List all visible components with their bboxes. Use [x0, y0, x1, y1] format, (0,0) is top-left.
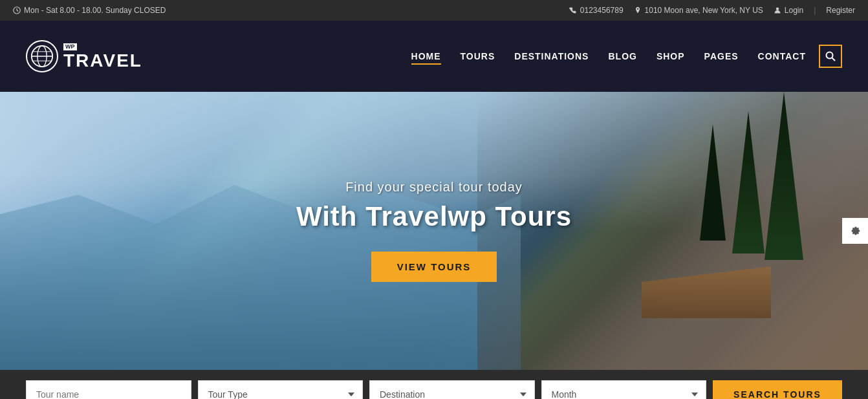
topbar-address-item: 1010 Moon ave, New York, NY US [634, 6, 763, 15]
nav-link-shop[interactable]: SHOP [656, 48, 685, 65]
tree-3 [700, 124, 726, 241]
nav-item-contact[interactable]: CONTACT [758, 50, 806, 62]
register-link[interactable]: Register [826, 6, 855, 15]
login-link[interactable]: Login [785, 6, 803, 15]
topbar-phone: 0123456789 [580, 6, 624, 15]
topbar: Mon - Sat 8.00 - 18.00. Sunday CLOSED 01… [0, 0, 868, 21]
svg-point-3 [776, 8, 779, 11]
topbar-divider: | [814, 6, 816, 15]
nav-item-home[interactable]: HOME [411, 50, 441, 62]
nav-item-pages[interactable]: PAGES [704, 50, 739, 62]
tree-2 [732, 111, 765, 253]
nav-link-contact[interactable]: CONTACT [758, 48, 806, 65]
search-tours-button[interactable]: SEARCH TOURS [713, 380, 842, 400]
topbar-login-item: Login [774, 6, 803, 15]
nav-link-destinations[interactable]: DESTINATIONS [514, 48, 589, 65]
user-icon [774, 6, 781, 14]
nav-menu: HOME TOURS DESTINATIONS BLOG SHOP PAGES … [411, 50, 806, 62]
logo-text: WP TRAVEL [63, 43, 142, 70]
svg-point-9 [827, 52, 833, 59]
location-icon [634, 6, 642, 14]
topbar-hours-item: Mon - Sat 8.00 - 18.00. Sunday CLOSED [13, 6, 166, 15]
hero-trees [687, 92, 816, 273]
topbar-phone-item: 0123456789 [569, 6, 624, 15]
hero-section: Find your special tour today With Travel… [0, 92, 868, 370]
logo-icon [26, 40, 58, 72]
nav-item-tours[interactable]: TOURS [461, 50, 495, 62]
svg-line-10 [832, 58, 836, 61]
phone-icon [569, 6, 577, 14]
nav-link-blog[interactable]: BLOG [608, 48, 636, 65]
svg-line-2 [17, 10, 18, 12]
nav-item-shop[interactable]: SHOP [656, 50, 685, 62]
logo[interactable]: WP TRAVEL [26, 40, 142, 72]
nav-item-blog[interactable]: BLOG [608, 50, 636, 62]
hero-content: Find your special tour today With Travel… [296, 180, 572, 282]
logo-wp-badge: WP [63, 43, 77, 50]
logo-brand-name: TRAVEL [63, 52, 142, 70]
settings-widget[interactable] [842, 218, 868, 244]
topbar-hours: Mon - Sat 8.00 - 18.00. Sunday CLOSED [24, 6, 166, 15]
nav-link-tours[interactable]: TOURS [461, 48, 495, 65]
clock-icon [13, 6, 21, 14]
nav-link-pages[interactable]: PAGES [704, 48, 739, 65]
view-tours-button[interactable]: VIEW TOURS [371, 252, 497, 282]
hero-subtitle: Find your special tour today [296, 180, 572, 195]
tour-type-select[interactable]: Tour Type Adventure Cultural Beach Mount… [198, 380, 363, 400]
hero-title: With Travelwp Tours [296, 201, 572, 232]
search-bar: Tour Type Adventure Cultural Beach Mount… [0, 370, 868, 399]
tree-1 [765, 92, 803, 260]
gear-icon [849, 225, 861, 237]
topbar-address: 1010 Moon ave, New York, NY US [645, 6, 763, 15]
topbar-left: Mon - Sat 8.00 - 18.00. Sunday CLOSED [13, 6, 166, 15]
topbar-right: 0123456789 1010 Moon ave, New York, NY U… [569, 6, 855, 15]
destination-select[interactable]: Destination Europe Asia Americas Africa [369, 380, 535, 400]
globe-icon [30, 45, 54, 68]
navbar: WP TRAVEL HOME TOURS DESTINATIONS BLOG S… [0, 21, 868, 92]
month-select[interactable]: Month January February March April May J… [541, 380, 707, 400]
nav-search-button[interactable] [819, 45, 842, 68]
tour-name-input[interactable] [26, 380, 191, 400]
nav-item-destinations[interactable]: DESTINATIONS [514, 50, 589, 62]
nav-link-home[interactable]: HOME [411, 48, 441, 65]
search-icon [825, 51, 836, 61]
